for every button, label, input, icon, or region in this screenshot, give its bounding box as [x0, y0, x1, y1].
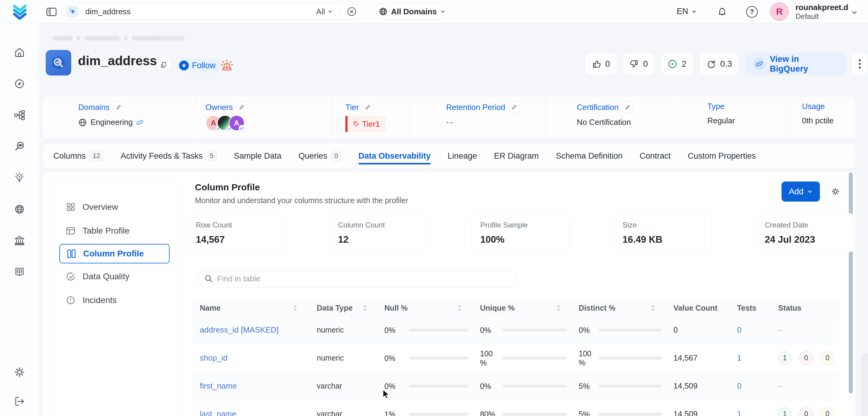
add-button[interactable]: Add — [781, 182, 820, 202]
profiler-nav-data-quality[interactable]: Data Quality — [51, 265, 178, 288]
column-name-link[interactable]: shop_id — [192, 353, 308, 363]
column-name-link[interactable]: last_name — [192, 409, 308, 416]
user-info[interactable]: rounakpreet.d Default — [796, 3, 848, 21]
search-scope-dropdown[interactable]: All — [316, 7, 333, 17]
edit-retention-button[interactable] — [509, 102, 520, 113]
upvote-button[interactable]: 0 — [585, 53, 617, 75]
column-name-link[interactable]: address_id [MASKED] — [192, 325, 308, 335]
status-aborted-badge[interactable]: 0 — [821, 408, 834, 416]
column-name-link[interactable]: first_name — [192, 381, 308, 391]
vertical-scrollbar-thumb[interactable] — [849, 172, 853, 393]
sort-icon[interactable] — [363, 305, 367, 312]
tab-columns[interactable]: Columns12 — [53, 143, 103, 168]
tier-badge[interactable]: Tier1 — [345, 116, 409, 132]
insights-lightbulb-icon[interactable] — [13, 172, 26, 184]
find-in-table[interactable] — [198, 270, 517, 287]
settings-gear-icon[interactable] — [13, 366, 26, 378]
tab-contract[interactable]: Contract — [640, 143, 671, 168]
explore-compass-icon[interactable] — [13, 78, 26, 90]
tab-activity-feeds[interactable]: Activity Feeds & Tasks5 — [121, 143, 217, 168]
alert-siren-icon[interactable] — [220, 59, 234, 72]
owner-avatar[interactable]: A — [229, 115, 245, 131]
col-header-distinct[interactable]: Distinct % — [571, 303, 665, 313]
tag-icon — [353, 121, 359, 127]
follow-button[interactable]: Follow — [177, 59, 222, 72]
col-header-unique[interactable]: Unique % — [472, 303, 571, 313]
edit-tier-button[interactable] — [363, 102, 373, 113]
sort-icon[interactable] — [556, 305, 561, 312]
tab-data-observability[interactable]: Data Observability — [359, 143, 431, 168]
tier-label: Tier — [345, 103, 359, 112]
domain-filter-dropdown[interactable]: All Domains — [376, 4, 448, 20]
discovery-search-eye-icon[interactable] — [13, 140, 26, 153]
tab-er-diagram[interactable]: ER Diagram — [494, 143, 539, 168]
view-in-bigquery-button[interactable]: View in BigQuery — [745, 53, 846, 75]
tab-custom-properties[interactable]: Custom Properties — [688, 143, 756, 168]
link-badge-icon — [239, 125, 245, 132]
usage-value: 0th pctile — [802, 116, 834, 125]
logout-icon[interactable] — [13, 395, 26, 408]
null-pct: 0% — [384, 354, 401, 363]
sidebar-toggle-icon[interactable] — [46, 6, 57, 18]
sort-icon[interactable] — [293, 305, 297, 312]
user-avatar[interactable]: R — [770, 2, 789, 21]
tab-lineage[interactable]: Lineage — [448, 143, 477, 168]
governance-bank-icon[interactable] — [13, 234, 26, 247]
divider — [340, 7, 340, 16]
avatar-initial: R — [776, 6, 783, 17]
col-header-null[interactable]: Null % — [378, 303, 472, 313]
col-header-value-count[interactable]: Value Count — [665, 303, 728, 313]
user-menu-chevron-icon[interactable] — [851, 9, 858, 16]
more-actions-button[interactable] — [851, 53, 868, 75]
edit-domains-button[interactable] — [113, 102, 124, 113]
data-flow-icon[interactable] — [13, 109, 26, 121]
profiler-settings-button[interactable] — [825, 182, 845, 202]
col-header-data-type[interactable]: Data Type — [308, 303, 378, 313]
profiler-nav-overview[interactable]: Overview — [51, 195, 178, 219]
version-button[interactable]: 0.3 — [699, 53, 739, 75]
metadata-certification: Certification No Certification — [545, 96, 678, 138]
sort-icon[interactable] — [458, 305, 462, 312]
retention-label: Retention Period — [446, 103, 505, 112]
tests-link[interactable]: 1 — [728, 409, 766, 416]
edit-certification-button[interactable] — [622, 102, 633, 113]
status-failed-badge[interactable]: 0 — [800, 408, 813, 416]
downvote-button[interactable]: 0 — [623, 53, 655, 75]
help-icon[interactable]: ? — [746, 6, 758, 18]
col-header-name[interactable]: Name — [192, 303, 308, 313]
app-logo-icon[interactable] — [11, 3, 29, 21]
edit-owners-button[interactable] — [236, 102, 247, 113]
type-label: Type — [707, 102, 724, 111]
status-failed-badge[interactable]: 0 — [800, 351, 813, 365]
profiler-nav-column-profile[interactable]: Column Profile — [59, 244, 169, 263]
tab-queries[interactable]: Queries0 — [299, 143, 341, 168]
notifications-bell-icon[interactable] — [716, 5, 728, 17]
home-icon[interactable] — [13, 46, 26, 59]
status-success-badge[interactable]: 1 — [778, 408, 792, 416]
status-success-badge[interactable]: 1 — [778, 351, 792, 365]
tests-link[interactable]: 1 — [728, 353, 766, 363]
search-clear-icon[interactable] — [347, 6, 357, 17]
tab-schema-definition[interactable]: Schema Definition — [556, 143, 622, 168]
null-pct: 0% — [384, 382, 401, 391]
glossary-book-icon[interactable] — [13, 266, 26, 278]
tier-score-button[interactable]: 2 — [660, 53, 693, 75]
global-search-bar[interactable]: All — [62, 4, 363, 20]
profiler-nav-table-profile[interactable]: Table Profile — [51, 219, 178, 243]
language-selector[interactable]: EN — [677, 7, 697, 16]
certification-value: No Certification — [577, 118, 631, 127]
domains-globe-icon[interactable] — [13, 203, 26, 215]
tab-sample-data[interactable]: Sample Data — [234, 143, 281, 168]
status-aborted-badge[interactable]: 0 — [821, 351, 834, 365]
search-input[interactable] — [85, 7, 316, 17]
data-type: varchar — [308, 382, 378, 390]
profiler-nav-incidents[interactable]: Incidents — [51, 288, 178, 312]
sort-icon[interactable] — [651, 305, 655, 312]
copy-name-button[interactable] — [157, 58, 170, 72]
domains-value[interactable]: Engineering — [90, 118, 133, 127]
col-header-status: Status — [766, 303, 839, 313]
find-in-table-input[interactable] — [217, 274, 511, 284]
null-bar — [409, 357, 468, 360]
tests-link[interactable]: 0 — [728, 381, 766, 391]
tests-link[interactable]: 0 — [728, 325, 766, 335]
